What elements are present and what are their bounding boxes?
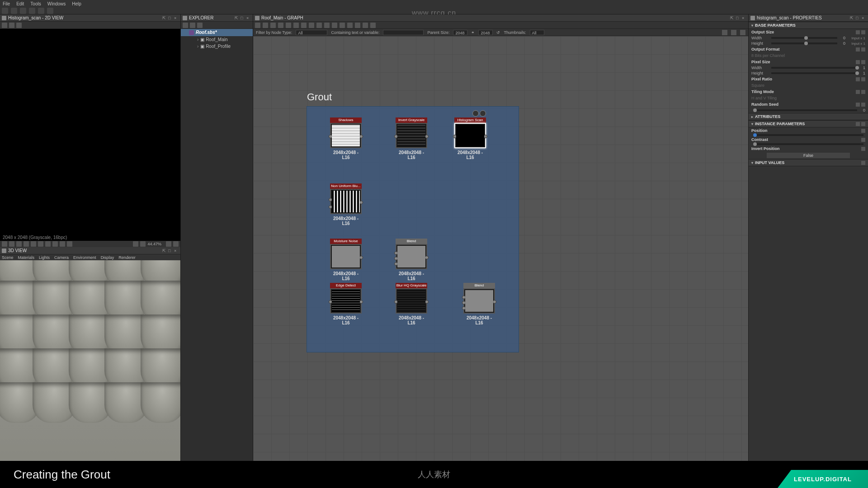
tree-item-root[interactable]: Roof.sbs* — [181, 29, 253, 36]
node-shadows[interactable]: Shadows 2048x2048 - L16 — [330, 117, 362, 160]
inherit-icon[interactable] — [856, 77, 860, 81]
maximize-icon[interactable]: □ — [856, 16, 860, 20]
close-icon[interactable]: × — [246, 16, 251, 20]
pin-icon[interactable]: ⇱ — [730, 16, 735, 20]
explorer-tree[interactable]: Roof.sbs* ›▣ Roof_Main ›▣ Roof_Profile — [181, 29, 253, 466]
preset-icon[interactable] — [856, 122, 860, 126]
port-out[interactable] — [425, 300, 429, 304]
menu-scene[interactable]: Scene — [2, 255, 14, 260]
reset-icon[interactable] — [861, 147, 865, 151]
save-icon[interactable] — [255, 23, 260, 28]
reset-icon[interactable] — [861, 129, 865, 133]
tool-icon[interactable] — [340, 23, 345, 28]
tool-icon[interactable] — [52, 241, 58, 247]
port-out[interactable] — [484, 135, 487, 138]
tool-icon[interactable] — [45, 241, 51, 247]
parent-size-h[interactable]: 2048 — [478, 30, 493, 35]
tool-icon[interactable] — [332, 23, 337, 28]
slider-width[interactable] — [771, 37, 837, 39]
menu-environment[interactable]: Environment — [73, 255, 96, 260]
section-attributes[interactable]: ▸ATTRIBUTES — [749, 113, 868, 120]
lock-icon[interactable] — [173, 241, 179, 247]
menu-lights[interactable]: Lights — [39, 255, 50, 260]
reset-icon[interactable] — [861, 47, 865, 52]
port-out[interactable] — [425, 135, 429, 138]
badge-icon[interactable] — [480, 110, 486, 117]
view-icon[interactable] — [722, 30, 727, 35]
thumbnails-mode[interactable]: All — [530, 30, 544, 35]
close-icon[interactable]: × — [742, 16, 746, 20]
open-icon[interactable] — [11, 8, 17, 14]
tool-icon[interactable] — [31, 241, 36, 247]
menu-materials[interactable]: Materials — [18, 255, 35, 260]
add-icon[interactable] — [861, 161, 865, 165]
parent-size-w[interactable]: 2048 — [453, 30, 467, 35]
reset-icon[interactable] — [861, 60, 865, 64]
tree-item-child[interactable]: ›▣ Roof_Profile — [181, 43, 253, 50]
filter-text[interactable] — [383, 30, 424, 35]
node-histogram-scan[interactable]: Histogram Scan 2048x2048 - L16 — [454, 117, 486, 160]
tool-icon[interactable] — [355, 23, 360, 28]
inherit-icon[interactable] — [856, 103, 860, 107]
new-icon[interactable] — [2, 8, 8, 14]
port-out[interactable] — [359, 256, 363, 259]
inherit-icon[interactable] — [856, 30, 860, 34]
inherit-icon[interactable] — [856, 90, 860, 94]
tool-icon[interactable] — [140, 241, 146, 247]
tool-icon[interactable] — [60, 241, 65, 247]
tree-item-child[interactable]: ›▣ Roof_Main — [181, 36, 253, 43]
view-icon[interactable] — [740, 30, 745, 35]
port-out[interactable] — [359, 135, 363, 138]
tool-icon[interactable] — [309, 23, 314, 28]
graph-canvas[interactable]: Grout Shadows 2048x2048 - L16 — [253, 36, 748, 466]
node-non-uniform-blur[interactable]: Non Uniform Blu... 2048x2048 - L16 — [330, 183, 362, 226]
menu-windows[interactable]: Windows — [47, 1, 66, 6]
tool-icon[interactable] — [270, 23, 276, 28]
save-icon[interactable] — [2, 23, 7, 28]
tool-icon[interactable] — [9, 241, 14, 247]
node-edge-detect[interactable]: Edge Detect 2048x2048 - L16 — [330, 283, 362, 325]
tool-icon[interactable] — [347, 23, 353, 28]
view-icon[interactable] — [731, 30, 736, 35]
node-blend[interactable]: Blend 2048x2048 - L16 — [463, 283, 495, 325]
menu-display[interactable]: Display — [101, 255, 114, 260]
reset-icon[interactable] — [861, 138, 865, 142]
slider-seed[interactable] — [753, 109, 857, 111]
port-out[interactable] — [359, 300, 363, 304]
copy-icon[interactable] — [9, 23, 14, 28]
node-blur-hq[interactable]: Blur HQ Grayscale 2048x2048 - L16 — [396, 283, 427, 325]
tool-icon[interactable] — [2, 241, 7, 247]
slider-position[interactable] — [753, 134, 863, 136]
tool-icon[interactable] — [301, 23, 307, 28]
tool-icon[interactable] — [286, 23, 291, 28]
menu-edit[interactable]: Edit — [16, 1, 24, 6]
pin-icon[interactable]: ⇱ — [850, 16, 854, 20]
close-icon[interactable]: × — [862, 16, 866, 20]
slider-contrast[interactable] — [753, 143, 863, 145]
tool-icon[interactable] — [24, 241, 29, 247]
badge-icon[interactable] — [472, 110, 479, 117]
maximize-icon[interactable]: □ — [168, 16, 173, 20]
pin-icon[interactable]: ⇱ — [235, 16, 239, 20]
tool-icon[interactable] — [324, 23, 330, 28]
reset-icon[interactable]: ↺ — [496, 30, 500, 35]
maximize-icon[interactable]: □ — [168, 249, 173, 253]
save-icon[interactable] — [183, 23, 188, 28]
close-icon[interactable]: × — [174, 249, 179, 253]
reset-icon[interactable] — [861, 90, 865, 94]
reset-icon[interactable] — [861, 30, 865, 34]
node-invert-grayscale[interactable]: Invert Grayscale 2048x2048 - L16 — [396, 117, 427, 160]
info-icon[interactable] — [16, 23, 22, 28]
node-moisture-noise[interactable]: Moisture Noise 2048x2048 - L16 — [330, 239, 362, 281]
tool-icon[interactable] — [38, 241, 43, 247]
port-out[interactable] — [359, 201, 363, 204]
export-icon[interactable] — [190, 23, 195, 28]
refresh-icon[interactable] — [197, 23, 203, 28]
view-2d[interactable]: 2048 x 2048 (Grayscale, 16bpc) — [0, 29, 180, 241]
inherit-icon[interactable] — [856, 47, 860, 52]
toggle-invert-position[interactable]: False — [767, 153, 850, 158]
menu-tools[interactable]: Tools — [30, 1, 41, 6]
maximize-icon[interactable]: □ — [736, 16, 741, 20]
slider-pxh[interactable] — [771, 72, 857, 74]
camera-icon[interactable] — [263, 23, 268, 28]
